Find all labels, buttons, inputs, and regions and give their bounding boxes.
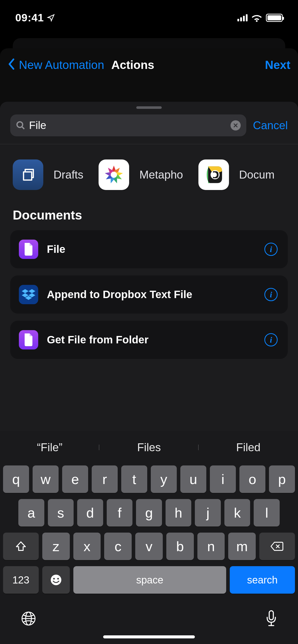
info-button[interactable]: i xyxy=(264,243,278,256)
key-row-1: q w e r t y u i o p xyxy=(3,465,295,493)
app-drafts[interactable]: Drafts xyxy=(13,159,83,190)
emoji-key[interactable] xyxy=(42,566,70,594)
svg-rect-4 xyxy=(23,172,32,180)
shift-icon xyxy=(15,541,26,552)
backspace-icon xyxy=(270,541,284,551)
globe-icon xyxy=(20,610,37,627)
key-l[interactable]: l xyxy=(254,499,280,526)
key-o[interactable]: o xyxy=(239,465,265,493)
dictation-button[interactable] xyxy=(265,610,278,628)
key-j[interactable]: j xyxy=(195,499,221,526)
action-file[interactable]: File i xyxy=(10,230,288,268)
cellular-icon xyxy=(237,14,248,21)
action-append-dropbox[interactable]: Append to Dropbox Text File i xyxy=(10,275,288,314)
app-label: Drafts xyxy=(53,168,83,181)
file-folder-icon xyxy=(19,330,38,349)
file-icon xyxy=(19,240,38,259)
svg-line-1 xyxy=(22,127,24,129)
key-z[interactable]: z xyxy=(42,533,70,560)
key-k[interactable]: k xyxy=(224,499,250,526)
documents-app-icon xyxy=(198,159,229,190)
numbers-key[interactable]: 123 xyxy=(3,566,39,594)
key-n[interactable]: n xyxy=(197,533,225,560)
status-bar: 09:41 xyxy=(0,0,298,31)
svg-rect-16 xyxy=(269,611,273,620)
next-button[interactable]: Next xyxy=(265,58,290,72)
key-w[interactable]: w xyxy=(33,465,59,493)
key-e[interactable]: e xyxy=(62,465,88,493)
search-input[interactable] xyxy=(29,119,227,131)
nav-bar: New Automation Actions Next xyxy=(0,48,298,81)
location-icon xyxy=(47,14,55,22)
key-v[interactable]: v xyxy=(135,533,163,560)
svg-point-10 xyxy=(51,575,61,585)
home-indicator[interactable] xyxy=(103,635,195,638)
wifi-icon xyxy=(251,14,262,22)
action-label: Get File from Folder xyxy=(47,334,256,346)
app-label: Docum xyxy=(239,168,275,181)
info-button[interactable]: i xyxy=(264,333,278,346)
svg-point-0 xyxy=(17,122,23,127)
app-documents[interactable]: Docum xyxy=(198,159,275,190)
shift-key[interactable] xyxy=(3,533,39,560)
key-t[interactable]: t xyxy=(121,465,147,493)
key-i[interactable]: i xyxy=(210,465,236,493)
key-a[interactable]: a xyxy=(18,499,44,526)
globe-button[interactable] xyxy=(20,610,37,628)
key-b[interactable]: b xyxy=(166,533,194,560)
status-time-text: 09:41 xyxy=(15,12,44,24)
action-get-file-from-folder[interactable]: Get File from Folder i xyxy=(10,321,288,359)
status-indicators xyxy=(237,14,283,22)
back-button-label[interactable]: New Automation xyxy=(19,58,104,72)
app-label: Metapho xyxy=(139,168,183,181)
key-g[interactable]: g xyxy=(136,499,162,526)
keyboard-suggestions: “File” Files Filed xyxy=(0,434,298,461)
key-s[interactable]: s xyxy=(48,499,74,526)
svg-point-12 xyxy=(57,578,59,579)
delete-key[interactable] xyxy=(259,533,295,560)
status-time: 09:41 xyxy=(15,12,55,24)
search-field[interactable] xyxy=(10,114,246,136)
svg-point-7 xyxy=(212,172,217,177)
suggestion-2[interactable]: Files xyxy=(99,441,199,454)
keyboard-bottom-bar xyxy=(0,603,298,633)
close-icon xyxy=(233,123,238,128)
action-list: File i Append to Dropbox Text File i Get… xyxy=(0,230,298,359)
sheet-grabber[interactable] xyxy=(136,106,162,109)
actions-search-sheet: Cancel Drafts xyxy=(0,102,298,644)
search-icon xyxy=(16,121,25,130)
key-f[interactable]: f xyxy=(107,499,133,526)
key-m[interactable]: m xyxy=(228,533,256,560)
metapho-app-icon xyxy=(99,159,129,190)
suggestion-1[interactable]: “File” xyxy=(0,441,99,454)
key-x[interactable]: x xyxy=(73,533,101,560)
app-suggestions[interactable]: Drafts xyxy=(0,144,298,203)
dropbox-icon xyxy=(19,285,38,304)
clear-search-button[interactable] xyxy=(231,120,241,130)
key-h[interactable]: h xyxy=(166,499,192,526)
drafts-app-icon xyxy=(13,159,43,190)
page-title: Actions xyxy=(111,58,154,72)
key-p[interactable]: p xyxy=(269,465,295,493)
app-metapho[interactable]: Metapho xyxy=(99,159,183,190)
key-u[interactable]: u xyxy=(180,465,206,493)
keyboard: “File” Files Filed q w e r t y u i o p a… xyxy=(0,431,298,644)
key-q[interactable]: q xyxy=(3,465,29,493)
suggestion-3[interactable]: Filed xyxy=(199,441,298,454)
svg-point-5 xyxy=(111,172,117,178)
battery-icon xyxy=(266,14,283,22)
emoji-icon xyxy=(50,574,62,586)
space-key[interactable]: space xyxy=(73,566,226,594)
svg-point-11 xyxy=(53,578,55,579)
back-chevron-icon[interactable] xyxy=(8,57,15,73)
key-d[interactable]: d xyxy=(77,499,103,526)
info-button[interactable]: i xyxy=(264,288,278,301)
search-key[interactable]: search xyxy=(230,566,295,594)
section-header: Documents xyxy=(0,203,298,230)
key-r[interactable]: r xyxy=(92,465,118,493)
key-y[interactable]: y xyxy=(151,465,177,493)
cancel-button[interactable]: Cancel xyxy=(253,119,288,132)
search-row: Cancel xyxy=(0,114,298,144)
key-row-2: a s d f g h j k l xyxy=(3,499,295,526)
key-c[interactable]: c xyxy=(104,533,132,560)
